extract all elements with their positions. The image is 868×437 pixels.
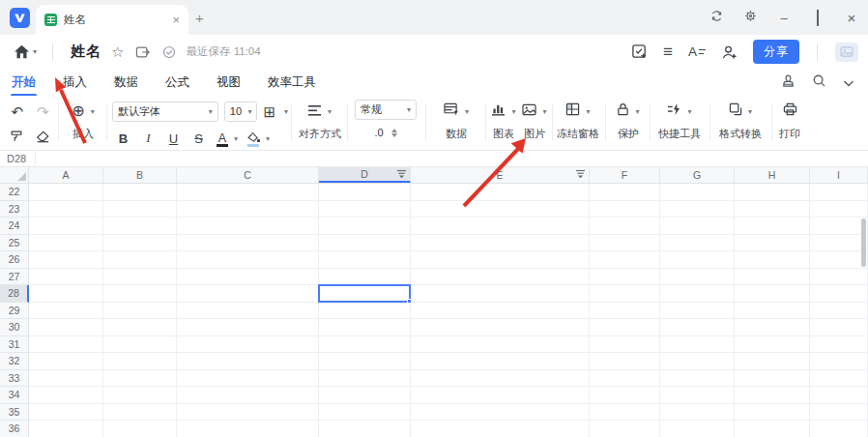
cell-D36[interactable] [319,421,411,437]
cell-G26[interactable] [660,251,735,269]
cell-A26[interactable] [29,251,103,269]
decimal-stepper[interactable] [391,129,397,137]
cell-I35[interactable] [810,404,868,422]
text-format-icon[interactable]: A [688,44,706,59]
cell-C23[interactable] [177,201,319,218]
column-header-I[interactable]: I [810,167,868,183]
cell-C22[interactable] [177,184,319,201]
print-icon[interactable] [783,102,797,120]
row-header-32[interactable]: 32 [0,353,29,370]
quick-tools-caret-icon[interactable]: ▾ [687,107,691,116]
cell-H34[interactable] [735,387,810,404]
insert-caret-icon[interactable]: ▾ [91,107,95,116]
cell-E22[interactable] [411,184,590,201]
cell-G31[interactable] [660,336,735,354]
cell-B27[interactable] [103,269,177,286]
cell-D27[interactable] [319,269,411,286]
chart-caret-icon[interactable]: ▾ [511,107,515,116]
cell-I24[interactable] [810,218,868,235]
cell-C30[interactable] [177,319,319,336]
cell-A22[interactable] [29,184,103,201]
decimal-label[interactable]: .0 [374,127,383,138]
cell-I27[interactable] [810,269,868,286]
cell-A30[interactable] [29,319,103,336]
move-doc-icon[interactable] [135,45,151,59]
protect-caret-icon[interactable]: ▾ [635,107,639,116]
cell-H31[interactable] [735,336,810,354]
fill-color-caret-icon[interactable]: ▾ [266,134,270,143]
alignment-icon[interactable] [308,102,322,120]
column-header-F[interactable]: F [590,167,660,183]
font-size-select[interactable]: 10▾ [224,102,258,122]
cell-D32[interactable] [319,353,411,370]
data-label[interactable]: 数据 [446,127,467,141]
row-header-28[interactable]: 28 [0,285,29,303]
cell-E23[interactable] [411,201,590,218]
cell-E24[interactable] [411,218,590,235]
cell-A24[interactable] [29,218,103,235]
cell-I30[interactable] [810,319,868,336]
cell-A25[interactable] [29,235,103,252]
cell-A27[interactable] [29,269,103,286]
eraser-icon[interactable] [36,130,50,147]
name-box[interactable]: D28 [0,151,36,166]
cell-F30[interactable] [590,319,660,336]
sync-icon[interactable] [709,10,723,25]
cell-E36[interactable] [411,421,590,437]
row-header-30[interactable]: 30 [0,319,29,336]
format-convert-icon[interactable] [729,102,742,120]
cell-C35[interactable] [177,404,319,422]
fill-handle[interactable] [407,299,412,304]
share-button[interactable]: 分享 [753,40,799,64]
print-label[interactable]: 打印 [779,127,800,141]
cell-E31[interactable] [411,336,590,354]
row-header-26[interactable]: 26 [0,251,29,269]
minimize-icon[interactable]: – [777,11,791,25]
cell-E26[interactable] [411,251,590,269]
cell-G28[interactable] [660,285,735,303]
row-header-31[interactable]: 31 [0,336,29,354]
cell-D33[interactable] [319,370,411,388]
cell-C33[interactable] [177,370,319,388]
cell-A23[interactable] [29,201,103,218]
cell-H36[interactable] [735,421,810,437]
row-header-33[interactable]: 33 [0,370,29,388]
freeze-caret-icon[interactable]: ▾ [586,107,590,116]
cell-B35[interactable] [103,404,177,422]
cell-H27[interactable] [735,269,810,286]
cell-B23[interactable] [103,201,177,218]
cell-A36[interactable] [29,421,103,437]
quick-tools-label[interactable]: 快捷工具 [658,127,701,141]
cell-C34[interactable] [177,387,319,404]
cell-I34[interactable] [810,387,868,404]
cell-H26[interactable] [735,251,810,269]
cell-G27[interactable] [660,269,735,286]
row-header-24[interactable]: 24 [0,218,29,235]
cell-B36[interactable] [103,421,177,437]
cell-D23[interactable] [319,201,411,218]
cell-B28[interactable] [103,285,177,303]
cell-F29[interactable] [590,303,660,320]
cell-F26[interactable] [590,251,660,269]
cell-I36[interactable] [810,421,868,437]
cell-G32[interactable] [660,353,735,370]
cell-A32[interactable] [29,353,103,370]
cell-E30[interactable] [411,319,590,336]
strikethrough-button[interactable]: S [190,131,207,146]
wps-logo-icon[interactable] [10,8,30,28]
row-header-25[interactable]: 25 [0,235,29,252]
cell-D29[interactable] [319,303,411,320]
cell-B25[interactable] [103,235,177,252]
cell-C26[interactable] [177,251,319,269]
cell-H24[interactable] [735,218,810,235]
column-header-G[interactable]: G [660,167,735,183]
alignment-caret-icon[interactable]: ▾ [328,107,332,116]
row-header-34[interactable]: 34 [0,387,29,404]
chart-label[interactable]: 图表 [493,127,514,141]
column-header-H[interactable]: H [735,167,810,183]
cell-B31[interactable] [103,336,177,354]
borders-caret-icon[interactable]: ▾ [284,107,288,116]
cell-F34[interactable] [590,387,660,404]
cell-A34[interactable] [29,387,103,404]
picture-caret-icon[interactable]: ▾ [542,107,546,116]
